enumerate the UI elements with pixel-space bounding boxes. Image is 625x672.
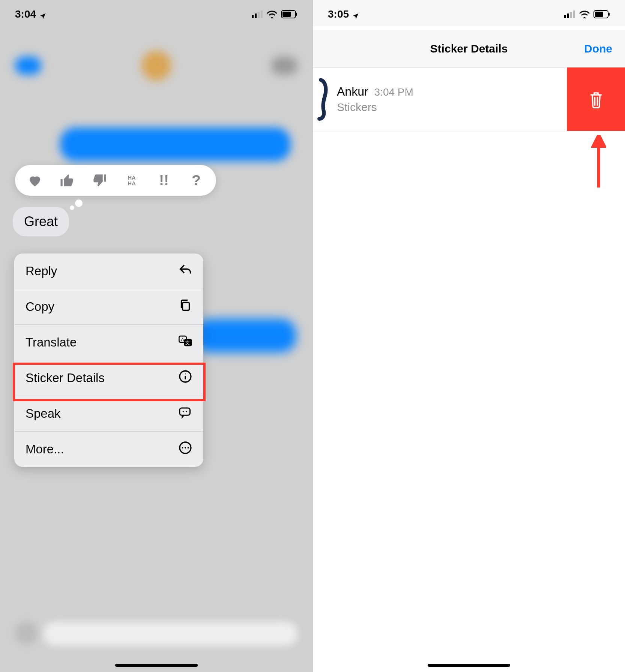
tapback-bar: HAHA !! ? xyxy=(15,165,216,196)
done-button[interactable]: Done xyxy=(584,42,612,55)
menu-label: Speak xyxy=(26,406,61,421)
tapback-exclaim[interactable]: !! xyxy=(155,172,173,189)
svg-rect-29 xyxy=(573,10,575,18)
left-screenshot: 3:04 HAHA !! ? Great Rep xyxy=(0,0,312,672)
menu-label: More... xyxy=(26,442,64,456)
signal-icon xyxy=(564,10,575,18)
menu-item-speak[interactable]: Speak xyxy=(14,396,203,432)
svg-rect-28 xyxy=(570,12,572,18)
svg-rect-27 xyxy=(567,14,569,18)
svg-point-20 xyxy=(183,411,184,412)
tapback-thumbs-up[interactable] xyxy=(59,172,76,189)
svg-rect-2 xyxy=(258,12,260,18)
battery-icon xyxy=(593,10,610,18)
svg-text:?: ? xyxy=(192,172,201,188)
svg-rect-0 xyxy=(252,15,254,18)
tapback-heart[interactable] xyxy=(26,172,44,189)
location-icon xyxy=(352,10,359,18)
wifi-icon xyxy=(579,10,590,18)
delete-button[interactable] xyxy=(567,68,625,131)
sticker-sender-name: Ankur xyxy=(337,85,368,99)
menu-label: Reply xyxy=(26,264,57,278)
status-time: 3:05 xyxy=(328,8,349,20)
svg-rect-6 xyxy=(296,13,297,16)
status-bar: 3:05 xyxy=(313,0,625,26)
svg-rect-1 xyxy=(255,14,257,18)
svg-point-24 xyxy=(185,447,186,448)
svg-rect-32 xyxy=(608,13,610,16)
tapback-thumbs-down[interactable] xyxy=(91,172,108,189)
home-indicator[interactable] xyxy=(428,664,510,667)
svg-text:HA: HA xyxy=(128,175,136,181)
sticker-time: 3:04 PM xyxy=(374,86,413,98)
message-text: Great xyxy=(24,214,58,229)
menu-item-copy[interactable]: Copy xyxy=(14,289,203,325)
home-indicator[interactable] xyxy=(115,664,198,667)
menu-item-more[interactable]: More... xyxy=(14,432,203,467)
svg-point-18 xyxy=(185,374,186,374)
tapback-haha[interactable]: HAHA xyxy=(123,172,140,189)
menu-label: Translate xyxy=(26,335,77,350)
svg-point-21 xyxy=(186,411,187,412)
page-title: Sticker Details xyxy=(430,42,508,55)
sticker-row[interactable]: Ankur 3:04 PM Stickers xyxy=(313,68,625,131)
svg-rect-11 xyxy=(183,303,189,310)
tapback-question[interactable]: ? xyxy=(188,172,205,189)
trash-icon xyxy=(588,90,604,108)
sticker-thumbnail xyxy=(314,77,330,122)
translate-icon: A文 xyxy=(179,334,192,351)
sticker-details-header: Sticker Details Done xyxy=(313,30,625,68)
location-icon xyxy=(39,10,47,18)
svg-rect-31 xyxy=(595,12,603,17)
copy-icon xyxy=(179,298,192,315)
annotation-arrow xyxy=(591,135,606,188)
context-menu: Reply Copy Translate A文 Sticker Details … xyxy=(14,254,203,467)
bubble-tail xyxy=(75,200,83,207)
reply-icon xyxy=(179,263,192,279)
svg-text:A: A xyxy=(181,337,184,342)
info-icon xyxy=(179,370,192,386)
status-time: 3:04 xyxy=(15,8,36,20)
svg-text:文: 文 xyxy=(185,340,190,345)
svg-point-23 xyxy=(182,447,183,448)
sticker-subtitle: Stickers xyxy=(337,101,413,114)
menu-item-reply[interactable]: Reply xyxy=(14,254,203,289)
svg-rect-26 xyxy=(564,15,566,18)
menu-label: Copy xyxy=(26,300,54,314)
message-bubble[interactable]: Great xyxy=(13,207,69,236)
speak-icon xyxy=(179,405,192,422)
svg-text:HA: HA xyxy=(128,180,136,186)
wifi-icon xyxy=(267,10,277,18)
status-bar: 3:04 xyxy=(0,0,312,26)
more-icon xyxy=(179,441,192,458)
svg-rect-5 xyxy=(282,12,291,17)
svg-rect-3 xyxy=(261,10,263,18)
menu-item-sticker-details[interactable]: Sticker Details xyxy=(14,360,203,396)
battery-icon xyxy=(281,10,297,18)
svg-text:!!: !! xyxy=(159,172,169,188)
menu-item-translate[interactable]: Translate A文 xyxy=(14,325,203,360)
bubble-tail xyxy=(70,206,74,210)
svg-rect-19 xyxy=(180,408,190,415)
svg-point-25 xyxy=(188,447,189,448)
signal-icon xyxy=(252,10,263,18)
menu-label: Sticker Details xyxy=(26,371,105,385)
right-screenshot: 3:05 Sticker Details Done Ankur xyxy=(312,0,625,672)
